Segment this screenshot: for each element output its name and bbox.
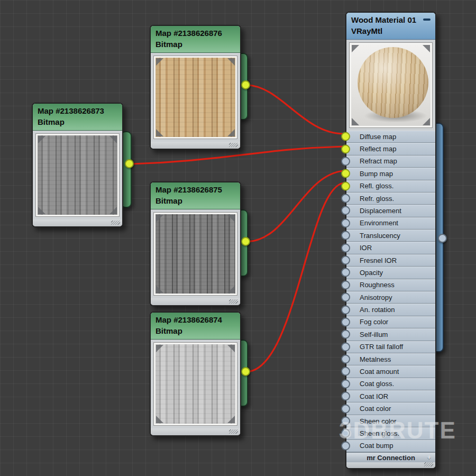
slot-roughness[interactable]: Roughness	[346, 279, 435, 291]
slot-label: Refract map	[360, 157, 397, 165]
bitmap-node-3[interactable]: Map #2138626875 Bitmap	[150, 181, 241, 306]
preview-corner-icon	[109, 207, 117, 214]
node-header[interactable]: Wood Material 01 VRayMtl	[346, 13, 435, 40]
preview-corner-icon	[227, 416, 235, 423]
input-socket[interactable]	[341, 256, 350, 265]
input-socket[interactable]	[341, 243, 350, 252]
output-socket[interactable]	[241, 367, 250, 376]
input-socket[interactable]	[341, 355, 350, 364]
input-socket[interactable]	[341, 268, 350, 277]
input-socket[interactable]	[341, 280, 350, 289]
wire-refl-gloss[interactable]	[247, 183, 344, 372]
slot-coat-ior[interactable]: Coat IOR	[346, 390, 435, 402]
node-footer	[33, 219, 122, 226]
slot-fog-color[interactable]: Fog color	[346, 316, 435, 328]
texture-image	[155, 344, 235, 424]
slot-label: Fresnel IOR	[360, 257, 397, 264]
slot-gtr-tail-falloff[interactable]: GTR tail falloff	[346, 341, 435, 353]
slot-self-illum[interactable]: Self-illum	[346, 328, 435, 341]
bitmap-node-4[interactable]: Map #2138626874 Bitmap	[150, 312, 241, 436]
slot-bump-map[interactable]: Bump map	[346, 168, 435, 180]
input-socket[interactable]	[341, 305, 350, 314]
wire-bump-map[interactable]	[247, 171, 344, 242]
slot-opacity[interactable]: Opacity	[346, 267, 435, 279]
slot-diffuse-map[interactable]: Diffuse map	[346, 131, 435, 143]
input-socket[interactable]	[341, 169, 350, 178]
expand-plus-icon[interactable]: +	[427, 453, 431, 461]
input-socket[interactable]	[341, 342, 350, 351]
input-socket[interactable]	[341, 144, 350, 153]
node-header[interactable]: Map #2138626873 Bitmap	[33, 104, 122, 131]
texture-preview[interactable]	[153, 342, 237, 426]
slot-metalness[interactable]: Metalness	[346, 353, 435, 365]
slot-coat-gloss[interactable]: Coat gloss.	[346, 378, 435, 390]
bitmap-node-1[interactable]: Map #2138626876 Bitmap	[150, 25, 241, 150]
bitmap-node-2[interactable]: Map #2138626873 Bitmap	[32, 103, 123, 227]
slot-displacement[interactable]: Displacement	[346, 205, 435, 217]
output-socket[interactable]	[241, 80, 250, 89]
node-header[interactable]: Map #2138626875 Bitmap	[151, 182, 240, 209]
input-socket[interactable]	[341, 317, 350, 326]
slot-ior[interactable]: IOR	[346, 242, 435, 254]
input-socket[interactable]	[341, 330, 350, 339]
slot-label: An. rotation	[360, 306, 395, 314]
preview-corner-icon	[352, 45, 359, 52]
resize-grip-icon[interactable]	[229, 299, 238, 304]
slot-label: Reflect map	[360, 145, 396, 153]
input-socket[interactable]	[341, 404, 350, 413]
slot-refract-map[interactable]: Refract map	[346, 155, 435, 168]
slot-environment[interactable]: Environment	[346, 217, 435, 230]
slot-label: Anisotropy	[360, 294, 392, 301]
input-socket[interactable]	[341, 392, 350, 401]
node-header[interactable]: Map #2138626876 Bitmap	[151, 26, 240, 53]
slot-translucency[interactable]: Translucency	[346, 230, 435, 242]
preview-corner-icon	[227, 58, 235, 66]
wire-diffuse-map[interactable]	[246, 85, 344, 134]
slot-coat-amount[interactable]: Coat amount	[346, 365, 435, 378]
slot-fresnel-ior[interactable]: Fresnel IOR	[346, 254, 435, 267]
preview-corner-icon	[156, 129, 163, 136]
input-socket[interactable]	[341, 157, 350, 166]
material-output-socket[interactable]	[438, 234, 447, 243]
slot-anisotropy[interactable]: Anisotropy	[346, 291, 435, 304]
preview-corner-icon	[227, 215, 235, 222]
node-type: Bitmap	[155, 325, 235, 336]
input-socket[interactable]	[341, 293, 350, 302]
input-socket[interactable]	[341, 206, 350, 215]
output-socket[interactable]	[125, 159, 134, 168]
slot-reflect-map[interactable]: Reflect map	[346, 143, 435, 155]
texture-preview[interactable]	[153, 212, 237, 296]
input-socket[interactable]	[341, 132, 350, 141]
preview-corner-icon	[156, 416, 163, 423]
node-header[interactable]: Map #2138626874 Bitmap	[151, 313, 240, 340]
texture-preview[interactable]	[153, 56, 237, 139]
input-socket[interactable]	[341, 181, 350, 190]
slot-an-rotation[interactable]: An. rotation	[346, 304, 435, 316]
output-socket[interactable]	[241, 237, 250, 246]
resize-grip-icon[interactable]	[424, 462, 433, 466]
slot-refl-gloss[interactable]: Refl. gloss.	[346, 180, 435, 193]
node-footer	[346, 462, 435, 468]
slot-label: Roughness	[360, 281, 395, 289]
node-title: Map #2138626874	[155, 314, 235, 325]
input-socket[interactable]	[341, 231, 350, 240]
slot-label: Coat amount	[360, 368, 399, 376]
mr-connection-bar[interactable]: mr Connection +	[346, 452, 435, 462]
preview-corner-icon	[156, 345, 163, 352]
input-socket[interactable]	[341, 218, 350, 227]
input-socket[interactable]	[341, 194, 350, 203]
material-preview[interactable]	[349, 42, 433, 128]
node-title: Wood Material 01	[351, 14, 431, 25]
resize-grip-icon[interactable]	[111, 221, 120, 225]
input-socket[interactable]	[341, 379, 350, 388]
slot-coat-color[interactable]: Coat color	[346, 402, 435, 415]
vraymtl-node[interactable]: Wood Material 01 VRayMtl Diffuse map Ref…	[345, 12, 436, 469]
resize-grip-icon[interactable]	[229, 143, 238, 147]
preview-corner-icon	[423, 45, 430, 52]
minimize-icon[interactable]	[423, 19, 431, 21]
node-graph-canvas[interactable]: Map #2138626876 Bitmap Map #2138626873 B…	[0, 0, 476, 476]
resize-grip-icon[interactable]	[229, 429, 238, 434]
slot-refr-gloss[interactable]: Refr. gloss.	[346, 193, 435, 205]
texture-preview[interactable]	[35, 133, 120, 217]
input-socket[interactable]	[341, 367, 350, 376]
